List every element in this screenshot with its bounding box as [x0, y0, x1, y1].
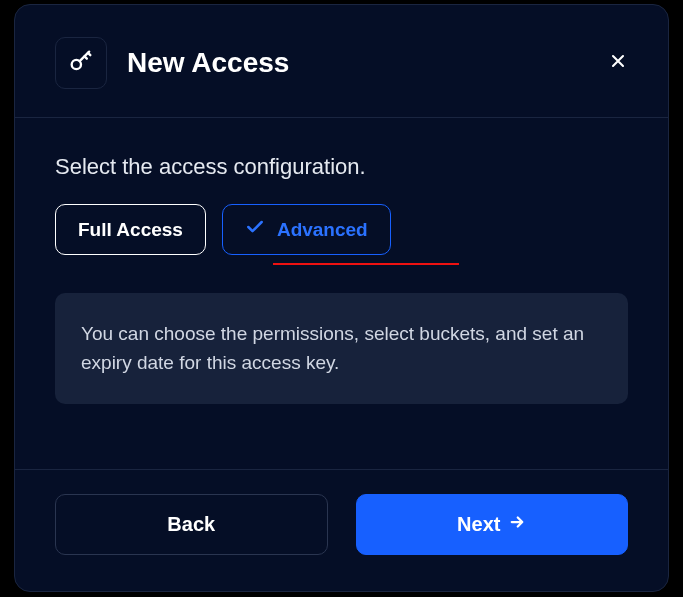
info-box: You can choose the permissions, select b…	[55, 293, 628, 404]
full-access-label: Full Access	[78, 219, 183, 241]
new-access-modal: New Access Select the access configurati…	[14, 4, 669, 592]
advanced-option[interactable]: Advanced	[222, 204, 391, 255]
header-left: New Access	[55, 37, 289, 89]
modal-header: New Access	[15, 5, 668, 118]
modal-title: New Access	[127, 47, 289, 79]
back-label: Back	[167, 513, 215, 536]
key-icon-box	[55, 37, 107, 89]
info-text: You can choose the permissions, select b…	[81, 323, 584, 373]
config-subtitle: Select the access configuration.	[55, 154, 628, 180]
key-icon	[67, 47, 95, 79]
highlight-underline	[273, 263, 459, 265]
close-icon	[608, 51, 628, 75]
options-row: Full Access Advanced	[55, 204, 628, 255]
next-button[interactable]: Next	[356, 494, 629, 555]
modal-body: Select the access configuration. Full Ac…	[15, 118, 668, 469]
check-icon	[245, 217, 265, 242]
advanced-label: Advanced	[277, 219, 368, 241]
full-access-option[interactable]: Full Access	[55, 204, 206, 255]
arrow-right-icon	[508, 513, 526, 536]
close-button[interactable]	[608, 51, 628, 75]
modal-footer: Back Next	[15, 469, 668, 591]
back-button[interactable]: Back	[55, 494, 328, 555]
next-label: Next	[457, 513, 500, 536]
